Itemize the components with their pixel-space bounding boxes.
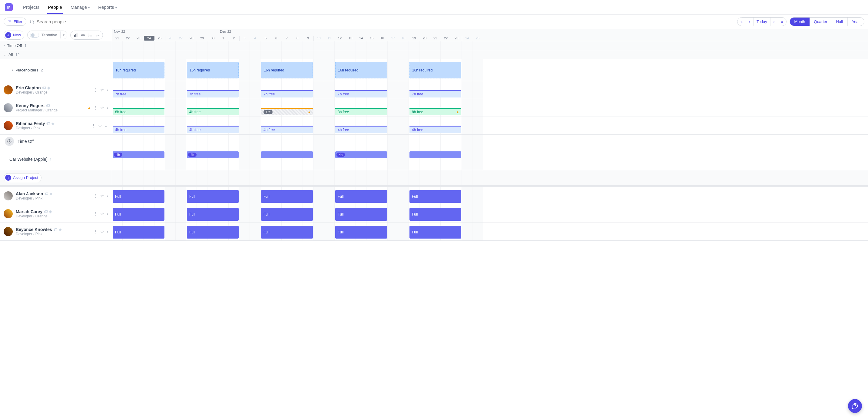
day-header-cell[interactable]: 14 [356, 36, 367, 41]
full-bar[interactable]: Full [409, 190, 461, 203]
more-icon[interactable]: ⋮ [91, 123, 96, 128]
grid-row-person[interactable]: 8h free4h freeOff▲8h free8h free▲ [112, 99, 868, 117]
person-row[interactable]: Kenny Rogers🏷 Project Manager / Orange ▲… [0, 99, 112, 117]
day-header-cell[interactable]: 30 [208, 36, 218, 41]
day-header-cell[interactable]: 3 [239, 36, 250, 41]
full-bar[interactable]: Full [335, 226, 387, 238]
full-bar[interactable]: Full [409, 208, 461, 221]
app-logo[interactable] [5, 3, 13, 11]
required-bar[interactable]: 16h required [261, 62, 313, 78]
more-icon[interactable]: ⋮ [94, 211, 98, 216]
free-bar[interactable]: 4h free [187, 109, 239, 115]
nav-reports[interactable]: Reports▾ [94, 0, 121, 14]
free-bar[interactable]: 8h free▲ [409, 109, 461, 115]
search-input[interactable] [37, 19, 97, 24]
more-icon[interactable]: ⋮ [94, 229, 98, 234]
person-row[interactable]: Alan Jackson🏷◈ Developer / Pink ⋮☆› [0, 187, 112, 205]
day-header-cell[interactable]: 29 [197, 36, 208, 41]
full-bar[interactable]: Full [187, 190, 239, 203]
day-header-cell[interactable]: 19 [409, 36, 420, 41]
star-icon[interactable]: ☆ [100, 229, 104, 234]
free-bar[interactable]: 7h free [335, 91, 387, 97]
day-header-cell[interactable]: 4 [250, 36, 260, 41]
expand-icon[interactable]: › [106, 229, 108, 234]
full-bar[interactable]: Full [187, 208, 239, 221]
day-header-cell[interactable]: 17 [388, 36, 398, 41]
day-header-cell[interactable]: 24 [462, 36, 472, 41]
tentative-dropdown[interactable]: ▾ [60, 31, 67, 38]
grid-row-person[interactable]: FullFullFullFullFull [112, 187, 868, 205]
free-bar[interactable]: 4h free [261, 127, 313, 133]
free-bar[interactable]: 7h free [261, 91, 313, 97]
allocation-bar[interactable] [409, 151, 461, 158]
day-header-cell[interactable]: 8 [292, 36, 303, 41]
tentative-toggle[interactable] [30, 33, 39, 37]
nav-people[interactable]: People [43, 0, 66, 14]
day-header-cell[interactable]: 10 [313, 36, 324, 41]
free-bar[interactable]: 7h free [113, 91, 164, 97]
full-bar[interactable]: Full [261, 208, 313, 221]
zoom-half[interactable]: Half [832, 18, 848, 26]
expand-icon[interactable]: › [106, 211, 108, 216]
sort-icon[interactable] [94, 32, 101, 38]
grid-row-project[interactable]: 4h4h4h [112, 148, 868, 170]
today-button[interactable]: Today [753, 18, 771, 26]
day-header-cell[interactable]: 15 [367, 36, 377, 41]
filter-button[interactable]: Filter [4, 18, 26, 26]
more-icon[interactable]: ⋮ [94, 88, 98, 92]
day-header-cell[interactable]: 6 [271, 36, 282, 41]
day-header-cell[interactable]: 22 [123, 36, 133, 41]
day-header-cell[interactable]: 26 [165, 36, 176, 41]
subitem-project[interactable]: iCar Website (Apple)🏷 [0, 148, 112, 170]
day-header-cell[interactable]: 18 [398, 36, 409, 41]
free-bar[interactable]: 7h free [187, 91, 239, 97]
off-bar[interactable]: Off▲ [261, 109, 313, 115]
full-bar[interactable]: Full [113, 190, 164, 203]
new-button[interactable]: + New [4, 31, 24, 40]
free-bar[interactable]: 7h free [409, 91, 461, 97]
list-view-icon[interactable] [87, 32, 94, 38]
nav-projects[interactable]: Projects [19, 0, 43, 14]
expand-icon[interactable]: › [106, 88, 108, 92]
full-bar[interactable]: Full [261, 190, 313, 203]
day-header-cell[interactable]: 9 [303, 36, 313, 41]
day-header-cell[interactable]: 27 [176, 36, 186, 41]
expand-icon[interactable]: › [106, 193, 108, 198]
free-bar[interactable]: 4h free [409, 127, 461, 133]
required-bar[interactable]: 16h required [187, 62, 239, 78]
free-bar[interactable]: 4h free [187, 127, 239, 133]
prev-button[interactable]: ‹ [746, 18, 753, 26]
full-bar[interactable]: Full [409, 226, 461, 238]
chart-view-icon[interactable] [72, 32, 79, 38]
day-header-cell[interactable]: 21 [112, 36, 123, 41]
zoom-month[interactable]: Month [790, 18, 810, 26]
free-bar[interactable]: 8h free [113, 109, 164, 115]
subitem-timeoff[interactable]: Time Off [0, 135, 112, 148]
day-header-cell[interactable]: 23 [133, 36, 144, 41]
assign-project-button[interactable]: + Assign Project [4, 173, 41, 182]
day-header-cell[interactable]: 5 [260, 36, 271, 41]
jump-back-button[interactable]: « [738, 18, 746, 26]
grid-row-person[interactable]: 7h free7h free7h free7h free7h free [112, 81, 868, 99]
day-header-cell[interactable]: 1 [218, 36, 229, 41]
day-header-cell[interactable]: 11 [324, 36, 335, 41]
star-icon[interactable]: ☆ [100, 193, 104, 198]
day-header-cell[interactable]: 2 [229, 36, 239, 41]
full-bar[interactable]: Full [187, 226, 239, 238]
person-row[interactable]: Eric Clapton🏷◈ Developer / Orange ⋮☆› [0, 81, 112, 99]
day-header-cell[interactable]: 13 [345, 36, 356, 41]
day-header-cell[interactable]: 22 [441, 36, 451, 41]
day-header-cell[interactable]: 7 [282, 36, 292, 41]
required-bar[interactable]: 16h required [113, 62, 164, 78]
full-bar[interactable]: Full [335, 208, 387, 221]
day-header-cell[interactable]: 21 [430, 36, 441, 41]
allocation-bar[interactable]: 4h [113, 151, 164, 158]
allocation-bar[interactable]: 4h [335, 151, 387, 158]
day-header-cell[interactable]: 25 [472, 36, 483, 41]
zoom-year[interactable]: Year [848, 18, 864, 26]
star-icon[interactable]: ☆ [98, 123, 102, 128]
day-header-cell[interactable]: 12 [335, 36, 345, 41]
grid-row-person[interactable]: FullFullFullFullFull [112, 223, 868, 241]
star-icon[interactable]: ☆ [100, 105, 104, 110]
day-header-cell[interactable]: 20 [420, 36, 430, 41]
